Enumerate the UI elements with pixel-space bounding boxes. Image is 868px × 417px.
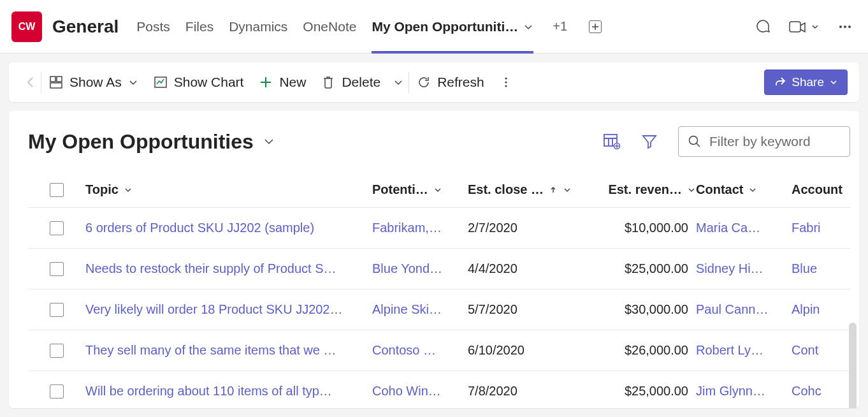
est-close-date: 5/7/2020 [468, 302, 588, 317]
row-checkbox[interactable] [50, 303, 64, 317]
team-avatar[interactable]: CW [11, 11, 42, 42]
est-revenue: $26,000.00 [588, 343, 696, 358]
tab-overflow-count[interactable]: +1 [553, 19, 567, 34]
column-topic[interactable]: Topic [85, 182, 372, 197]
show-chart-button[interactable]: Show Chart [146, 75, 252, 90]
chevron-down-icon [124, 186, 133, 194]
chevron-down-icon [748, 186, 757, 194]
table-row[interactable]: Very likely will order 18 Product SKU JJ… [28, 289, 850, 330]
topic-link[interactable]: They sell many of the same items that we… [85, 343, 372, 358]
button-label: Show As [69, 75, 122, 90]
svg-rect-4 [50, 77, 55, 82]
edit-columns-icon[interactable] [603, 133, 621, 150]
channel-header: CW General Posts Files Dynamics OneNote … [0, 0, 868, 54]
chevron-down-icon [393, 77, 403, 87]
back-button[interactable] [20, 76, 41, 89]
view-title: My Open Opportunities [28, 130, 254, 154]
svg-point-2 [844, 26, 846, 28]
tab-label: Posts [136, 19, 170, 34]
table-row[interactable]: Will be ordering about 110 items of all … [28, 371, 850, 408]
channel-name[interactable]: General [52, 17, 119, 37]
est-revenue: $30,000.00 [588, 302, 696, 317]
delete-button[interactable]: Delete [314, 75, 388, 90]
topic-link[interactable]: 6 orders of Product SKU JJ202 (sample) [85, 221, 372, 235]
command-overflow-button[interactable] [492, 76, 520, 89]
column-account[interactable]: Account [792, 182, 859, 197]
row-checkbox[interactable] [50, 384, 64, 399]
tab-label: Files [185, 19, 213, 34]
contact-link[interactable]: Maria Ca… [696, 221, 792, 235]
button-label: Share [792, 75, 824, 89]
button-label: Delete [342, 75, 380, 90]
show-as-button[interactable]: Show As [41, 75, 146, 90]
chevron-down-icon [128, 77, 138, 87]
account-link[interactable]: Alpin [792, 302, 859, 317]
view-card: My Open Opportunities Filter by keyword … [9, 111, 859, 408]
est-revenue: $25,000.00 [588, 261, 696, 276]
svg-rect-5 [57, 77, 62, 82]
tab-dynamics[interactable]: Dynamics [229, 0, 287, 53]
vertical-scrollbar[interactable] [849, 323, 857, 408]
table-row[interactable]: Needs to restock their supply of Product… [28, 249, 850, 289]
more-options-icon[interactable] [837, 19, 853, 34]
column-label: Contact [696, 182, 743, 197]
filter-icon[interactable] [641, 133, 658, 150]
contact-link[interactable]: Jim Glynn… [696, 384, 792, 399]
est-close-date: 7/8/2020 [468, 384, 588, 399]
potential-customer-link[interactable]: Contoso … [372, 343, 468, 358]
search-placeholder: Filter by keyword [709, 134, 811, 149]
contact-link[interactable]: Robert Ly… [696, 343, 792, 358]
add-tab-button[interactable] [589, 20, 602, 33]
account-link[interactable]: Blue [792, 261, 859, 276]
chevron-down-icon [811, 22, 820, 31]
new-button[interactable]: New [251, 75, 314, 90]
potential-customer-link[interactable]: Alpine Ski… [372, 302, 468, 317]
plus-icon [259, 75, 273, 89]
contact-link[interactable]: Paul Cann… [696, 302, 792, 317]
est-revenue: $10,000.00 [588, 221, 696, 235]
potential-customer-link[interactable]: Fabrikam,… [372, 221, 468, 235]
refresh-button[interactable]: Refresh [409, 75, 492, 90]
column-label: Topic [85, 182, 119, 197]
column-contact[interactable]: Contact [696, 182, 792, 197]
topic-link[interactable]: Needs to restock their supply of Product… [85, 261, 372, 276]
tab-files[interactable]: Files [185, 0, 213, 53]
meet-button[interactable] [789, 20, 820, 34]
potential-customer-link[interactable]: Coho Win… [372, 384, 468, 399]
column-label: Est. close … [468, 182, 544, 197]
opportunities-grid: Topic Potenti… Est. close … Est. reven… … [28, 172, 850, 408]
row-checkbox[interactable] [50, 262, 64, 276]
channel-tabs: Posts Files Dynamics OneNote My Open Opp… [136, 0, 602, 53]
share-icon [774, 76, 786, 89]
tab-my-open-opportunities[interactable]: My Open Opportuniti… [372, 0, 533, 53]
chevron-down-icon [687, 186, 696, 194]
svg-point-13 [690, 136, 698, 145]
view-selector[interactable]: My Open Opportunities [28, 130, 275, 154]
topic-link[interactable]: Very likely will order 18 Product SKU JJ… [85, 302, 372, 317]
command-bar: Show As Show Chart New Delete [9, 62, 859, 102]
potential-customer-link[interactable]: Blue Yond… [372, 261, 468, 276]
row-checkbox[interactable] [50, 221, 64, 235]
filter-keyword-input[interactable]: Filter by keyword [678, 126, 850, 157]
column-label: Account [792, 182, 843, 197]
table-row[interactable]: 6 orders of Product SKU JJ202 (sample) F… [28, 208, 850, 249]
table-row[interactable]: They sell many of the same items that we… [28, 330, 850, 371]
delete-split-button[interactable] [388, 77, 409, 87]
select-all-checkbox[interactable] [50, 183, 64, 197]
share-button[interactable]: Share [764, 70, 848, 95]
contact-link[interactable]: Sidney Hi… [696, 261, 792, 276]
refresh-icon [417, 75, 431, 89]
row-checkbox[interactable] [50, 344, 64, 358]
svg-point-8 [505, 77, 507, 79]
tab-posts[interactable]: Posts [136, 0, 170, 53]
column-est-revenue[interactable]: Est. reven… [588, 182, 696, 197]
column-potential-customer[interactable]: Potenti… [372, 182, 468, 197]
chevron-down-icon[interactable] [523, 22, 533, 32]
column-est-close-date[interactable]: Est. close … [468, 182, 588, 197]
sort-asc-icon [549, 186, 558, 194]
conversation-icon[interactable] [755, 18, 771, 35]
tab-onenote[interactable]: OneNote [303, 0, 356, 53]
account-link[interactable]: Fabri [792, 221, 859, 235]
topic-link[interactable]: Will be ordering about 110 items of all … [85, 384, 372, 399]
chevron-down-icon [829, 78, 838, 87]
